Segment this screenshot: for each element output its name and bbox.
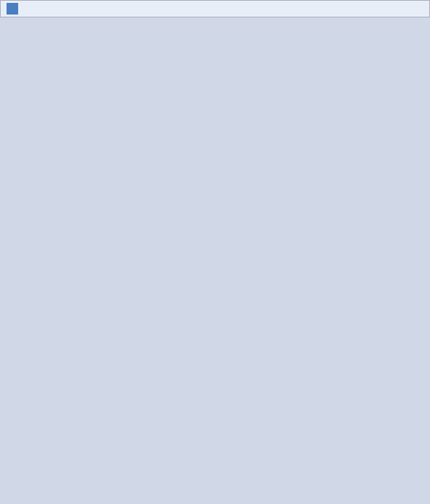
title-bar	[0, 0, 430, 17]
symbol-grid	[0, 17, 430, 23]
title-icon	[7, 3, 18, 15]
